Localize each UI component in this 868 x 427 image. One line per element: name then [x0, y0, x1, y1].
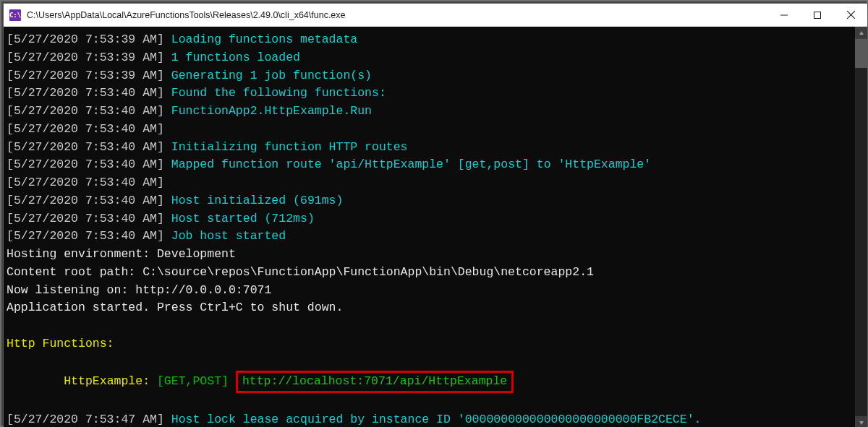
window-title: C:\Users\AppData\Local\AzureFunctionsToo…: [27, 10, 346, 20]
maximize-button[interactable]: [801, 4, 834, 27]
scroll-track[interactable]: [855, 39, 867, 416]
log-text: Content root path: C:\source\repos\Funct…: [7, 265, 594, 279]
log-text: Host initialized (691ms): [171, 194, 344, 207]
log-text: FunctionApp2.HttpExample.Run: [171, 104, 372, 118]
log-line: [5/27/2020 7:53:40 AM]: [7, 229, 164, 243]
titlebar: C:\ C:\Users\AppData\Local\AzureFunction…: [4, 4, 867, 27]
log-text: Found the following functions:: [171, 86, 386, 100]
function-url: http://localhost:7071/api/HttpExample: [242, 374, 507, 388]
log-text: Job host started: [171, 229, 286, 243]
log-line: [5/27/2020 7:53:40 AM]: [7, 158, 164, 171]
svg-rect-0: [814, 12, 821, 18]
section-header: Http Functions:: [7, 337, 114, 350]
log-text: Loading functions metadata: [171, 33, 357, 46]
function-url-highlight: http://localhost:7071/api/HttpExample: [236, 371, 514, 393]
log-text: Host lock lease acquired by instance ID …: [171, 413, 702, 426]
log-text: Initializing function HTTP routes: [171, 140, 408, 154]
log-text: 1 functions loaded: [171, 51, 300, 64]
scroll-up-button[interactable]: [855, 27, 867, 39]
scroll-thumb[interactable]: [855, 39, 867, 68]
vertical-scrollbar[interactable]: [855, 27, 867, 427]
log-text: Application started. Press Ctrl+C to shu…: [7, 301, 343, 314]
log-line: [5/27/2020 7:53:39 AM]: [7, 69, 164, 82]
log-line: [5/27/2020 7:53:40 AM]: [7, 122, 164, 136]
log-text: Mapped function route 'api/HttpExample' …: [171, 158, 651, 171]
function-name: HttpExample:: [64, 374, 150, 388]
log-line: [5/27/2020 7:53:40 AM]: [7, 176, 164, 189]
log-line: [5/27/2020 7:53:39 AM]: [7, 51, 164, 64]
console-window: C:\ C:\Users\AppData\Local\AzureFunction…: [3, 3, 868, 427]
minimize-button[interactable]: [767, 4, 801, 27]
log-line: [5/27/2020 7:53:40 AM]: [7, 212, 164, 225]
console-output: [5/27/2020 7:53:39 AM] Loading functions…: [4, 27, 855, 427]
log-text: Now listening on: http://0.0.0.0:7071: [7, 283, 271, 297]
log-line: [5/27/2020 7:53:40 AM]: [7, 104, 164, 118]
log-line: [5/27/2020 7:53:39 AM]: [7, 33, 164, 46]
log-line: [5/27/2020 7:53:40 AM]: [7, 140, 164, 154]
app-icon: C:\: [9, 9, 21, 21]
scroll-down-button[interactable]: [855, 416, 867, 427]
close-button[interactable]: [834, 4, 867, 27]
log-text: Generating 1 job function(s): [171, 69, 372, 82]
log-line: [5/27/2020 7:53:47 AM]: [7, 413, 164, 426]
log-line: [5/27/2020 7:53:40 AM]: [7, 86, 164, 100]
log-text: Hosting environment: Development: [7, 247, 236, 261]
http-methods: [GET,POST]: [157, 374, 229, 388]
log-line: [5/27/2020 7:53:40 AM]: [7, 194, 164, 207]
log-text: Host started (712ms): [171, 212, 315, 225]
